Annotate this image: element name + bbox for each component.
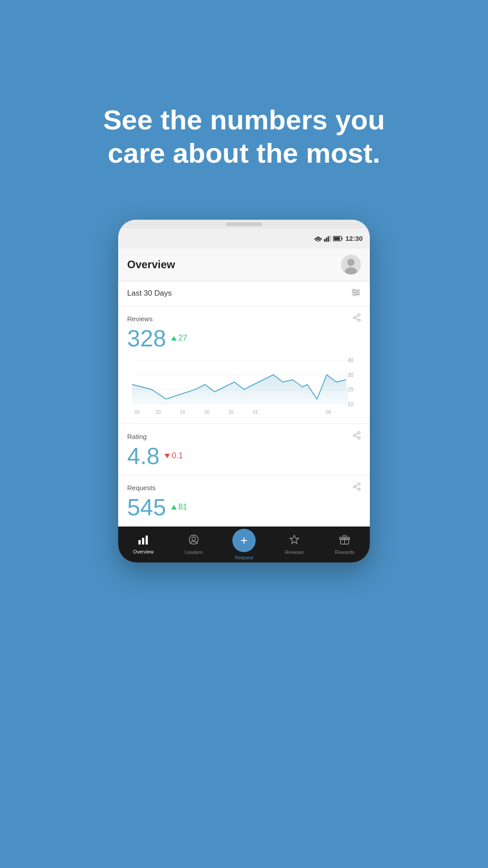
svg-point-49 [354,485,356,487]
svg-rect-54 [138,540,141,545]
requests-delta: 81 [171,502,187,512]
status-bar: 12:30 [118,229,370,248]
svg-point-43 [354,434,356,436]
request-label: Request [235,555,253,560]
signal-icon [324,235,331,242]
svg-point-17 [357,291,359,293]
plus-icon: + [240,534,248,547]
svg-point-2 [317,240,319,242]
overview-label: Overview [133,549,154,554]
svg-text:06: 06 [326,409,331,415]
svg-point-20 [354,316,356,319]
svg-text:15: 15 [180,409,185,415]
phone-speaker [226,222,262,226]
phone-mockup: 12:30 Overview Last 30 Days [118,220,370,562]
svg-line-22 [355,315,358,317]
app-title: Overview [127,258,175,271]
phone-top-bar [118,220,370,229]
leaders-label: Leaders [185,549,203,555]
svg-text:Feb: Feb [132,413,141,414]
svg-marker-24 [171,336,177,341]
svg-point-18 [354,293,356,296]
svg-line-45 [355,433,358,435]
svg-point-21 [358,319,360,321]
app-content: Last 30 Days Reviews [118,281,370,527]
reviews-nav-label: Reviews [285,549,304,555]
rating-share-icon[interactable] [353,431,361,442]
svg-marker-59 [290,535,299,544]
nav-item-rewards[interactable]: Rewards [319,527,370,562]
leaders-icon [188,534,199,548]
rating-label: Rating [127,433,146,440]
status-time: 12:30 [346,235,363,242]
nav-item-reviews[interactable]: Reviews [269,527,319,562]
svg-point-42 [358,431,360,434]
reviews-delta: 27 [171,333,187,343]
rewards-icon [339,534,350,548]
svg-rect-5 [328,236,329,242]
reviews-share-icon[interactable] [353,314,361,324]
hero-section: See the numbers you care about the most. [31,0,457,220]
rating-delta: 0.1 [164,451,183,461]
avatar[interactable] [341,255,361,275]
svg-line-23 [355,318,358,320]
svg-point-48 [358,483,360,485]
requests-value: 545 [127,496,166,519]
hero-text: See the numbers you care about the most. [67,103,421,170]
svg-point-16 [353,289,355,291]
reviews-label: Reviews [127,315,153,323]
app-header: Overview [118,248,370,281]
svg-rect-9 [342,238,342,239]
svg-marker-47 [164,454,170,458]
svg-rect-55 [142,538,144,545]
svg-point-50 [358,488,360,490]
requests-label: Requests [127,484,155,492]
svg-text:25: 25 [228,409,234,415]
wifi-icon [314,235,322,242]
requests-metric-card: Requests 545 81 [118,475,370,527]
svg-rect-56 [146,536,148,545]
status-icons [314,235,343,242]
rating-value: 4.8 [127,444,160,468]
period-row[interactable]: Last 30 Days [118,281,370,306]
reviews-metric-card: Reviews 328 27 [118,306,370,424]
svg-line-51 [355,484,358,486]
nav-item-request[interactable]: + Request [219,527,269,562]
rewards-label: Rewards [335,549,354,555]
reviews-icon [289,534,300,548]
svg-point-19 [358,314,360,316]
nav-item-overview[interactable]: Overview [118,527,169,562]
rating-metric-card: Rating 4.8 0.1 [118,424,370,475]
reviews-chart: 40 30 20 10 [127,356,361,416]
nav-item-leaders[interactable]: Leaders [169,527,219,562]
requests-share-icon[interactable] [353,483,361,493]
svg-rect-6 [329,235,331,242]
svg-line-52 [355,487,358,489]
svg-line-46 [355,436,358,438]
svg-marker-53 [171,505,177,509]
svg-rect-8 [333,237,340,240]
svg-point-58 [192,537,195,540]
svg-text:10: 10 [155,409,161,415]
svg-text:20: 20 [204,409,209,415]
svg-rect-3 [324,239,325,242]
filter-icon[interactable] [351,288,361,299]
svg-text:Mar: Mar [250,413,259,414]
battery-icon [333,236,343,241]
bottom-nav: Overview Leaders + Request [118,527,370,562]
reviews-value: 328 [127,327,166,350]
period-label: Last 30 Days [127,289,172,298]
request-circle: + [232,529,256,552]
svg-point-11 [347,259,355,266]
overview-icon [138,535,149,547]
svg-point-44 [358,437,360,439]
svg-rect-4 [326,238,327,242]
